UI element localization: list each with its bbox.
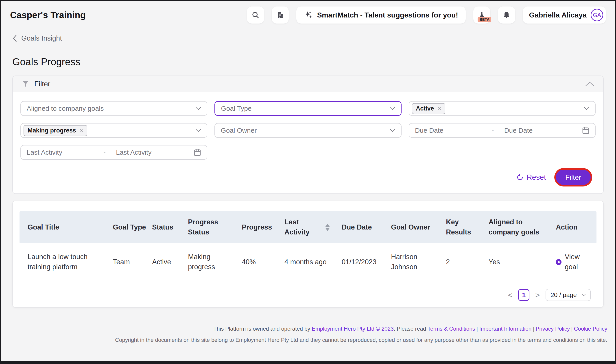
privacy-policy-link[interactable]: Privacy Policy [536, 326, 570, 332]
last-activity-start-input[interactable]: Last Activity [27, 149, 103, 156]
filter-button[interactable]: Filter [556, 170, 591, 185]
breadcrumb-label: Goals Insight [21, 34, 62, 42]
progress-status-selected-tag: Making progress [24, 125, 87, 136]
breadcrumb[interactable]: Goals Insight [12, 34, 615, 42]
reset-button[interactable]: Reset [516, 173, 546, 182]
status-tag-label: Active [416, 105, 434, 112]
top-bar-actions: SmartMatch - Talent suggestions for you!… [247, 6, 606, 24]
goals-table: Goal Title Goal Type Status Progress Sta… [20, 211, 596, 281]
cell-status: Active [152, 257, 188, 267]
last-activity-range-input[interactable]: Last Activity - Last Activity [20, 145, 207, 160]
view-goal-label: View goal [565, 252, 591, 272]
cookie-policy-link[interactable]: Cookie Policy [574, 326, 607, 332]
reset-icon [516, 174, 523, 181]
col-last-activity-label: Last Activity [284, 217, 322, 237]
app-title: Casper's Training [10, 10, 86, 20]
col-goal-type: Goal Type [113, 222, 152, 233]
calendar-icon [582, 127, 589, 134]
chevron-up-icon [585, 81, 594, 86]
avatar: GA [591, 9, 603, 21]
next-page-button[interactable]: > [535, 291, 540, 299]
goal-type-select[interactable]: Goal Type [214, 101, 401, 116]
status-select[interactable]: Active [409, 101, 596, 116]
smartmatch-button[interactable]: SmartMatch - Talent suggestions for you! [296, 6, 466, 24]
col-progress: Progress [242, 222, 284, 233]
due-date-range-input[interactable]: Due Date - Due Date [409, 123, 596, 138]
progress-status-select[interactable]: Making progress [20, 123, 207, 138]
terms-link[interactable]: Terms & Conditions [428, 326, 475, 332]
filter-panel-header[interactable]: Filter [13, 76, 603, 92]
search-button[interactable] [247, 6, 264, 24]
footer-copyright-line: Copyright in the documents on this site … [1, 337, 607, 343]
bell-icon [502, 11, 510, 19]
user-menu[interactable]: Gabriella Alicaya GA [523, 6, 606, 24]
cell-due-date: 01/12/2023 [342, 257, 391, 267]
date-range-separator: - [103, 149, 116, 156]
cell-progress-status: Making progress [188, 252, 242, 272]
sort-icon[interactable] [325, 224, 330, 231]
cell-aligned: Yes [489, 257, 556, 267]
chevron-down-icon [390, 129, 395, 132]
footer-legal-line: This Platform is owned and operated by E… [1, 326, 607, 332]
chevron-down-icon [196, 107, 201, 110]
footer-separator: | [571, 326, 573, 332]
filter-panel-title: Filter [34, 80, 50, 88]
due-date-end-input[interactable]: Due Date [504, 127, 582, 134]
col-progress-status: Progress Status [188, 217, 242, 237]
calendar-icon [194, 149, 201, 156]
page-size-select[interactable]: 20 / page [546, 289, 591, 301]
footer-separator: | [533, 326, 534, 332]
status-selected-tag: Active [412, 103, 445, 114]
company-link[interactable]: Employment Hero Pty Ltd © 2023 [312, 326, 394, 332]
sparkle-icon [304, 11, 313, 20]
remove-progress-status-tag-icon[interactable] [79, 129, 83, 132]
beta-labs-button[interactable]: BETA [473, 6, 490, 24]
view-goal-link[interactable]: View goal [556, 252, 596, 272]
company-button[interactable] [272, 6, 289, 24]
footer: This Platform is owned and operated by E… [1, 326, 615, 343]
chevron-down-icon [584, 107, 589, 110]
aligned-to-company-goals-select[interactable]: Aligned to company goals [20, 101, 207, 116]
search-icon [252, 11, 260, 19]
current-page-button[interactable]: 1 [518, 289, 529, 301]
aligned-select-placeholder: Aligned to company goals [27, 105, 196, 112]
cell-goal-owner: Harrison Johnson [391, 252, 446, 272]
due-date-start-input[interactable]: Due Date [415, 127, 492, 134]
cell-key-results: 2 [446, 257, 489, 267]
smartmatch-label: SmartMatch - Talent suggestions for you! [317, 11, 458, 19]
chevron-down-icon [196, 129, 201, 132]
col-key-results: Key Results [446, 217, 489, 237]
remove-status-tag-icon[interactable] [437, 106, 441, 110]
pagination: < 1 > 20 / page [20, 289, 596, 301]
cell-goal-title: Launch a low touch training platform [27, 252, 113, 272]
goals-table-card: Goal Title Goal Type Status Progress Sta… [12, 201, 604, 308]
date-range-separator: - [492, 127, 504, 134]
col-due-date: Due Date [342, 222, 391, 233]
page-title: Goals Progress [12, 56, 615, 67]
important-information-link[interactable]: Important Information [479, 326, 531, 332]
user-name: Gabriella Alicaya [529, 11, 587, 19]
cell-goal-type: Team [113, 257, 152, 267]
goal-type-placeholder: Goal Type [221, 105, 389, 112]
footer-separator: | [476, 326, 478, 332]
table-header-row: Goal Title Goal Type Status Progress Sta… [20, 211, 596, 243]
chevron-down-icon [582, 294, 586, 296]
filter-actions: Reset Filter [20, 170, 596, 185]
table-row: Launch a low touch training platform Tea… [20, 243, 596, 281]
collapse-filter-button[interactable] [585, 81, 594, 86]
funnel-icon [22, 80, 29, 88]
col-goal-title: Goal Title [27, 222, 113, 233]
goal-owner-select[interactable]: Goal Owner [214, 123, 401, 138]
filter-panel-body: Aligned to company goals Goal Type Activ… [13, 92, 603, 194]
notifications-button[interactable] [498, 6, 515, 24]
col-aligned: Aligned to company goals [489, 217, 556, 237]
footer-text: . Please read [394, 326, 428, 332]
last-activity-end-input[interactable]: Last Activity [116, 149, 194, 156]
goal-owner-placeholder: Goal Owner [221, 127, 390, 134]
cell-last-activity: 4 months ago [284, 257, 342, 267]
filter-panel: Filter Aligned to company goals [12, 76, 604, 194]
reset-label: Reset [527, 173, 546, 182]
chevron-left-icon [12, 35, 18, 42]
building-icon [276, 11, 284, 19]
prev-page-button[interactable]: < [508, 291, 513, 299]
